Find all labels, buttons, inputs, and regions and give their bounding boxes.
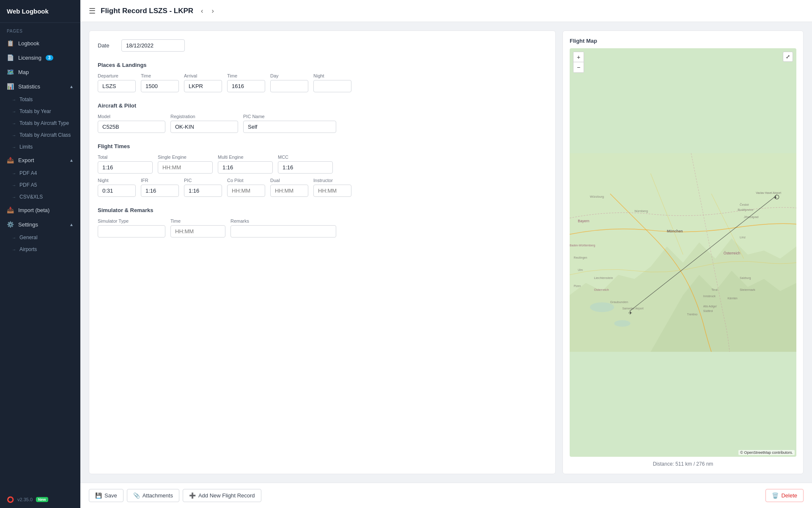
attachments-button[interactable]: 📎 Attachments xyxy=(127,489,179,502)
pic-name-input[interactable] xyxy=(243,121,336,133)
statistics-icon: 📊 xyxy=(7,83,14,90)
day-input[interactable] xyxy=(270,80,308,92)
multi-engine-col: Multi Engine xyxy=(218,155,273,174)
sidebar-item-logbook[interactable]: 📋 Logbook xyxy=(0,36,80,50)
sidebar-item-pdf-a5[interactable]: → PDF A5 xyxy=(0,179,80,191)
pic-name-label: PIC Name xyxy=(243,114,336,119)
page-header: ☰ Flight Record LSZS - LKPR ‹ › xyxy=(80,0,812,22)
model-col: Model xyxy=(98,114,165,133)
sidebar-item-totals[interactable]: → Totals xyxy=(0,94,80,105)
sidebar-sub-label: Totals by Year xyxy=(19,108,51,114)
sidebar-item-totals-by-year[interactable]: → Totals by Year xyxy=(0,105,80,117)
registration-input[interactable] xyxy=(170,121,238,133)
departure-input[interactable] xyxy=(98,80,136,92)
co-pilot-input[interactable] xyxy=(227,185,265,197)
sidebar-item-import[interactable]: 📥 Import (beta) xyxy=(0,203,80,217)
settings-chevron: ▲ xyxy=(69,222,74,227)
app-logo: Web Logbook xyxy=(0,0,80,23)
sim-time-col: Time xyxy=(170,218,225,237)
menu-icon[interactable]: ☰ xyxy=(89,6,96,16)
sidebar-sub-label: PDF A4 xyxy=(19,170,37,176)
map-title: Flight Map xyxy=(570,38,796,44)
svg-text:Salzburg: Salzburg xyxy=(740,276,751,280)
add-new-flight-button[interactable]: ➕ Add New Flight Record xyxy=(183,489,261,502)
arrow-icon: → xyxy=(12,235,16,240)
flight-record-form: Date Places & Landings Departure Time xyxy=(89,30,556,474)
single-engine-input[interactable] xyxy=(158,161,213,174)
total-input[interactable] xyxy=(98,161,153,174)
sidebar-item-pdf-a4[interactable]: → PDF A4 xyxy=(0,167,80,179)
sim-type-input[interactable] xyxy=(98,225,165,237)
map-distance: Distance: 511 km / 276 nm xyxy=(570,461,796,467)
mcc-input[interactable] xyxy=(278,161,333,174)
sim-time-input[interactable] xyxy=(170,225,225,237)
sidebar: Web Logbook Pages 📋 Logbook 📄 Licensing … xyxy=(0,0,80,508)
svg-text:Innsbruck: Innsbruck xyxy=(703,295,716,298)
arrow-icon: → xyxy=(12,247,16,252)
sidebar-item-airports[interactable]: → Airports xyxy=(0,243,80,255)
sidebar-item-map[interactable]: 🗺️ Map xyxy=(0,65,80,79)
sidebar-sub-label: Totals by Aircraft Class xyxy=(19,132,71,138)
sidebar-sub-label: Totals xyxy=(19,97,33,102)
map-container[interactable]: Bayern Österreich Würzburg Nürnberg Münc… xyxy=(570,48,796,457)
places-landings-section: Places & Landings Departure Time Arrival xyxy=(98,62,547,92)
zoom-out-button[interactable]: − xyxy=(573,62,584,72)
import-icon: 📥 xyxy=(7,207,14,213)
zoom-in-button[interactable]: + xyxy=(573,52,584,62)
remarks-input[interactable] xyxy=(230,225,336,237)
flight-times-title: Flight Times xyxy=(98,143,547,149)
dual-input[interactable] xyxy=(270,185,308,197)
sidebar-item-csv-xls[interactable]: → CSV&XLS xyxy=(0,191,80,203)
dep-time-input[interactable] xyxy=(141,80,179,92)
night-input[interactable] xyxy=(313,80,351,92)
sidebar-item-general[interactable]: → General xyxy=(0,232,80,243)
licensing-badge: 3 xyxy=(46,55,53,61)
model-input[interactable] xyxy=(98,121,165,133)
sidebar-item-totals-by-aircraft-class[interactable]: → Totals by Aircraft Class xyxy=(0,129,80,141)
svg-text:Plzen: Plzen xyxy=(574,284,581,287)
svg-text:Liechtenstein: Liechtenstein xyxy=(594,276,613,280)
svg-text:München: München xyxy=(667,229,683,233)
version-text: v2.35.0 xyxy=(17,497,33,502)
next-record-button[interactable]: › xyxy=(209,6,216,16)
night-time-input[interactable] xyxy=(98,185,136,197)
svg-text:Vaclav Havel Airport: Vaclav Havel Airport xyxy=(756,191,781,195)
night-time-col: Night xyxy=(98,178,136,197)
dep-time-label: Time xyxy=(141,73,179,78)
departure-label: Departure xyxy=(98,73,136,78)
day-label: Day xyxy=(270,73,308,78)
prev-record-button[interactable]: ‹ xyxy=(198,6,206,16)
sidebar-item-settings[interactable]: ⚙️ Settings ▲ xyxy=(0,217,80,232)
svg-text:Baden-Württemberg: Baden-Württemberg xyxy=(570,244,595,247)
sidebar-sub-label: General xyxy=(19,235,38,240)
aircraft-row: Model Registration PIC Name xyxy=(98,114,547,133)
sidebar-sub-label: PDF A5 xyxy=(19,182,37,188)
sidebar-item-limits[interactable]: → Limits xyxy=(0,141,80,153)
pic-name-col: PIC Name xyxy=(243,114,336,133)
departure-col: Departure xyxy=(98,73,136,92)
sidebar-item-export[interactable]: 📤 Export ▲ xyxy=(0,153,80,167)
multi-engine-input[interactable] xyxy=(218,161,273,174)
dual-label: Dual xyxy=(270,178,308,183)
sidebar-item-totals-by-aircraft-type[interactable]: → Totals by Aircraft Type xyxy=(0,117,80,129)
sidebar-item-label: Import (beta) xyxy=(18,207,49,213)
single-engine-label: Single Engine xyxy=(158,155,213,160)
date-input[interactable] xyxy=(121,39,185,52)
svg-text:Linz: Linz xyxy=(740,235,746,239)
delete-button[interactable]: 🗑️ Delete xyxy=(765,489,804,502)
map-expand-button[interactable]: ⤢ xyxy=(783,52,793,62)
save-button[interactable]: 💾 Save xyxy=(89,489,123,502)
svg-text:Würzburg: Würzburg xyxy=(590,195,604,199)
aircraft-pilot-section: Aircraft & Pilot Model Registration PIC … xyxy=(98,102,547,133)
sim-type-col: Simulator Type xyxy=(98,218,165,237)
svg-text:Tirol: Tirol xyxy=(711,288,718,292)
ifr-input[interactable] xyxy=(141,185,179,197)
arr-time-input[interactable] xyxy=(227,80,265,92)
sidebar-item-licensing[interactable]: 📄 Licensing 3 xyxy=(0,50,80,65)
sidebar-item-statistics[interactable]: 📊 Statistics ▲ xyxy=(0,79,80,94)
delete-icon: 🗑️ xyxy=(772,492,779,499)
dual-col: Dual xyxy=(270,178,308,197)
arrival-input[interactable] xyxy=(184,80,222,92)
pic-input[interactable] xyxy=(184,185,222,197)
instructor-input[interactable] xyxy=(313,185,351,197)
